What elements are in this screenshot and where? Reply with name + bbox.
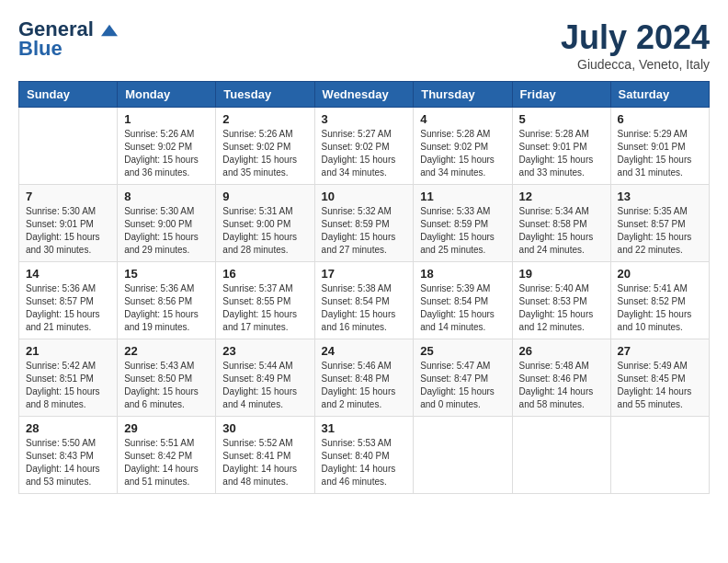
day-number: 11: [420, 190, 505, 203]
calendar-cell: 10Sunrise: 5:32 AM Sunset: 8:59 PM Dayli…: [314, 185, 414, 262]
cell-sun-info: Sunrise: 5:34 AM Sunset: 8:58 PM Dayligh…: [519, 205, 604, 257]
calendar-cell: 29Sunrise: 5:51 AM Sunset: 8:42 PM Dayli…: [118, 417, 216, 494]
cell-sun-info: Sunrise: 5:35 AM Sunset: 8:57 PM Dayligh…: [618, 205, 702, 257]
calendar-cell: 26Sunrise: 5:48 AM Sunset: 8:46 PM Dayli…: [512, 339, 610, 417]
col-header-tuesday: Tuesday: [216, 82, 314, 108]
cell-sun-info: Sunrise: 5:30 AM Sunset: 9:01 PM Dayligh…: [26, 205, 110, 257]
cell-sun-info: Sunrise: 5:33 AM Sunset: 8:59 PM Dayligh…: [420, 205, 505, 257]
cell-sun-info: Sunrise: 5:53 AM Sunset: 8:40 PM Dayligh…: [322, 437, 407, 488]
cell-sun-info: Sunrise: 5:28 AM Sunset: 9:02 PM Dayligh…: [420, 128, 505, 179]
day-number: 14: [26, 267, 110, 281]
logo-icon: [101, 24, 118, 37]
col-header-thursday: Thursday: [414, 82, 512, 108]
calendar-cell: 15Sunrise: 5:36 AM Sunset: 8:56 PM Dayli…: [118, 262, 216, 339]
day-number: 22: [124, 344, 209, 358]
day-number: 26: [519, 344, 604, 358]
calendar-week-row: 14Sunrise: 5:36 AM Sunset: 8:57 PM Dayli…: [19, 262, 710, 339]
calendar-cell: 3Sunrise: 5:27 AM Sunset: 9:02 PM Daylig…: [314, 108, 414, 185]
day-number: 2: [222, 112, 307, 126]
title-block: July 2024 Giudecca, Veneto, Italy: [561, 18, 710, 72]
calendar-week-row: 28Sunrise: 5:50 AM Sunset: 8:43 PM Dayli…: [19, 417, 710, 494]
calendar-week-row: 1Sunrise: 5:26 AM Sunset: 9:02 PM Daylig…: [19, 108, 710, 185]
calendar-cell: 1Sunrise: 5:26 AM Sunset: 9:02 PM Daylig…: [118, 108, 216, 185]
day-number: 16: [222, 267, 307, 281]
calendar-cell: 28Sunrise: 5:50 AM Sunset: 8:43 PM Dayli…: [19, 417, 118, 494]
day-number: 30: [222, 421, 307, 435]
cell-sun-info: Sunrise: 5:42 AM Sunset: 8:51 PM Dayligh…: [26, 360, 110, 411]
cell-sun-info: Sunrise: 5:39 AM Sunset: 8:54 PM Dayligh…: [420, 282, 505, 334]
cell-sun-info: Sunrise: 5:41 AM Sunset: 8:52 PM Dayligh…: [618, 282, 702, 334]
cell-sun-info: Sunrise: 5:52 AM Sunset: 8:41 PM Dayligh…: [222, 437, 307, 488]
day-number: 6: [618, 112, 702, 126]
col-header-wednesday: Wednesday: [314, 82, 414, 108]
day-number: 29: [124, 421, 209, 435]
calendar-cell: 7Sunrise: 5:30 AM Sunset: 9:01 PM Daylig…: [19, 185, 118, 262]
col-header-saturday: Saturday: [610, 82, 709, 108]
page-header: General Blue July 2024 Giudecca, Veneto,…: [18, 18, 710, 72]
calendar-cell: 13Sunrise: 5:35 AM Sunset: 8:57 PM Dayli…: [610, 185, 709, 262]
calendar-cell: 4Sunrise: 5:28 AM Sunset: 9:02 PM Daylig…: [414, 108, 512, 185]
day-number: 1: [124, 112, 209, 126]
calendar-cell: 20Sunrise: 5:41 AM Sunset: 8:52 PM Dayli…: [610, 262, 709, 339]
calendar-cell: 22Sunrise: 5:43 AM Sunset: 8:50 PM Dayli…: [118, 339, 216, 417]
calendar-cell: [512, 417, 610, 494]
calendar-cell: 24Sunrise: 5:46 AM Sunset: 8:48 PM Dayli…: [314, 339, 414, 417]
calendar-cell: 11Sunrise: 5:33 AM Sunset: 8:59 PM Dayli…: [414, 185, 512, 262]
calendar-cell: 14Sunrise: 5:36 AM Sunset: 8:57 PM Dayli…: [19, 262, 118, 339]
cell-sun-info: Sunrise: 5:50 AM Sunset: 8:43 PM Dayligh…: [26, 437, 110, 488]
calendar-cell: 27Sunrise: 5:49 AM Sunset: 8:45 PM Dayli…: [610, 339, 709, 417]
day-number: 4: [420, 112, 505, 126]
calendar-cell: [19, 108, 118, 185]
day-number: 23: [222, 344, 307, 358]
cell-sun-info: Sunrise: 5:36 AM Sunset: 8:57 PM Dayligh…: [26, 282, 110, 334]
day-number: 20: [618, 267, 702, 281]
cell-sun-info: Sunrise: 5:51 AM Sunset: 8:42 PM Dayligh…: [124, 437, 209, 488]
col-header-sunday: Sunday: [19, 82, 118, 108]
day-number: 18: [420, 267, 505, 281]
day-number: 27: [618, 344, 702, 358]
day-number: 5: [519, 112, 604, 126]
calendar-cell: 9Sunrise: 5:31 AM Sunset: 9:00 PM Daylig…: [216, 185, 314, 262]
cell-sun-info: Sunrise: 5:40 AM Sunset: 8:53 PM Dayligh…: [519, 282, 604, 334]
cell-sun-info: Sunrise: 5:46 AM Sunset: 8:48 PM Dayligh…: [322, 360, 407, 411]
day-number: 10: [322, 190, 407, 203]
cell-sun-info: Sunrise: 5:30 AM Sunset: 9:00 PM Dayligh…: [124, 205, 209, 257]
cell-sun-info: Sunrise: 5:38 AM Sunset: 8:54 PM Dayligh…: [322, 282, 407, 334]
day-number: 3: [322, 112, 407, 126]
day-number: 17: [322, 267, 407, 281]
calendar-cell: [414, 417, 512, 494]
day-number: 13: [618, 190, 702, 203]
calendar-cell: 12Sunrise: 5:34 AM Sunset: 8:58 PM Dayli…: [512, 185, 610, 262]
cell-sun-info: Sunrise: 5:28 AM Sunset: 9:01 PM Dayligh…: [519, 128, 604, 179]
day-number: 25: [420, 344, 505, 358]
cell-sun-info: Sunrise: 5:36 AM Sunset: 8:56 PM Dayligh…: [124, 282, 209, 334]
logo-text-blue: Blue: [18, 37, 63, 61]
svg-marker-0: [101, 25, 118, 37]
day-number: 21: [26, 344, 110, 358]
day-number: 7: [26, 190, 110, 203]
cell-sun-info: Sunrise: 5:37 AM Sunset: 8:55 PM Dayligh…: [222, 282, 307, 334]
cell-sun-info: Sunrise: 5:29 AM Sunset: 9:01 PM Dayligh…: [618, 128, 702, 179]
logo: General Blue: [18, 18, 118, 61]
day-number: 31: [322, 421, 407, 435]
calendar-cell: 19Sunrise: 5:40 AM Sunset: 8:53 PM Dayli…: [512, 262, 610, 339]
calendar-cell: 23Sunrise: 5:44 AM Sunset: 8:49 PM Dayli…: [216, 339, 314, 417]
calendar-cell: 5Sunrise: 5:28 AM Sunset: 9:01 PM Daylig…: [512, 108, 610, 185]
cell-sun-info: Sunrise: 5:48 AM Sunset: 8:46 PM Dayligh…: [519, 360, 604, 411]
calendar-cell: 25Sunrise: 5:47 AM Sunset: 8:47 PM Dayli…: [414, 339, 512, 417]
calendar-table: SundayMondayTuesdayWednesdayThursdayFrid…: [18, 81, 710, 494]
col-header-friday: Friday: [512, 82, 610, 108]
calendar-cell: 8Sunrise: 5:30 AM Sunset: 9:00 PM Daylig…: [118, 185, 216, 262]
day-number: 12: [519, 190, 604, 203]
calendar-cell: [610, 417, 709, 494]
day-number: 28: [26, 421, 110, 435]
calendar-week-row: 21Sunrise: 5:42 AM Sunset: 8:51 PM Dayli…: [19, 339, 710, 417]
day-number: 9: [222, 190, 307, 203]
cell-sun-info: Sunrise: 5:27 AM Sunset: 9:02 PM Dayligh…: [322, 128, 407, 179]
day-number: 15: [124, 267, 209, 281]
calendar-cell: 6Sunrise: 5:29 AM Sunset: 9:01 PM Daylig…: [610, 108, 709, 185]
cell-sun-info: Sunrise: 5:43 AM Sunset: 8:50 PM Dayligh…: [124, 360, 209, 411]
location-subtitle: Giudecca, Veneto, Italy: [561, 57, 710, 72]
month-year-title: July 2024: [561, 18, 710, 57]
cell-sun-info: Sunrise: 5:32 AM Sunset: 8:59 PM Dayligh…: [322, 205, 407, 257]
